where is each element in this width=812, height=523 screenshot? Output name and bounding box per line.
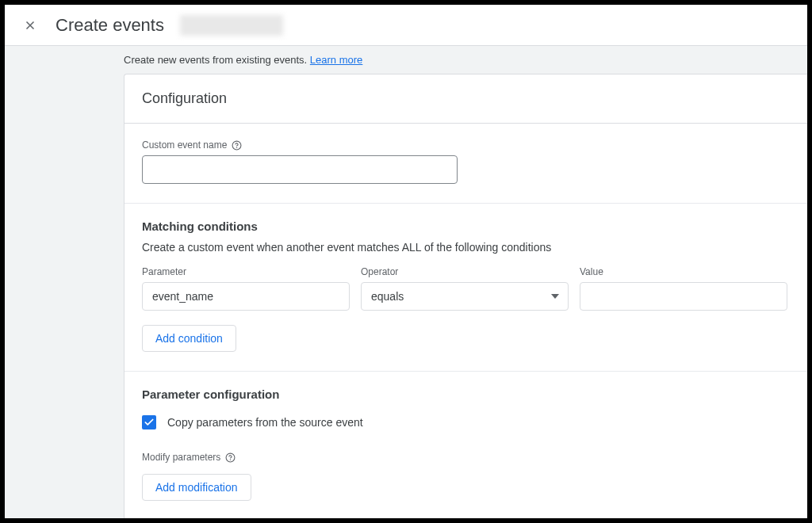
modify-params-text: Modify parameters — [142, 452, 220, 463]
add-condition-button[interactable]: Add condition — [142, 325, 236, 352]
help-icon[interactable] — [225, 452, 236, 463]
help-icon[interactable] — [232, 140, 242, 151]
matching-title: Matching conditions — [142, 220, 790, 233]
operator-label: Operator — [361, 266, 569, 277]
custom-event-label-text: Custom event name — [142, 139, 227, 151]
panel-header: Configuration — [124, 74, 807, 124]
custom-event-name-input[interactable] — [142, 155, 458, 184]
svg-point-1 — [237, 147, 238, 147]
close-icon — [23, 18, 37, 32]
close-button[interactable] — [21, 16, 40, 35]
operator-column: Operator equals — [361, 266, 569, 311]
operator-select[interactable]: equals — [361, 282, 569, 311]
matching-conditions-section: Matching conditions Create a custom even… — [124, 204, 807, 372]
modify-params-label: Modify parameters — [142, 452, 790, 463]
condition-row: Parameter Operator equals Value — [142, 266, 790, 311]
header-redacted — [180, 15, 283, 36]
parameter-column: Parameter — [142, 266, 350, 311]
custom-event-label: Custom event name — [142, 139, 790, 151]
check-icon — [144, 417, 155, 428]
value-label: Value — [580, 266, 787, 277]
header-bar: Create events — [5, 5, 807, 46]
svg-point-3 — [231, 459, 232, 460]
parameter-label: Parameter — [142, 266, 350, 277]
copy-params-row: Copy parameters from the source event — [142, 415, 790, 429]
subheader: Create new events from existing events. … — [5, 46, 807, 74]
parameter-config-section: Parameter configuration Copy parameters … — [124, 372, 807, 520]
add-modification-button[interactable]: Add modification — [142, 474, 251, 501]
custom-event-section: Custom event name — [124, 124, 807, 204]
copy-params-label: Copy parameters from the source event — [167, 416, 363, 429]
learn-more-link[interactable]: Learn more — [310, 54, 362, 66]
parameter-input[interactable] — [142, 282, 350, 311]
matching-desc: Create a custom event when another event… — [142, 241, 790, 254]
copy-params-checkbox[interactable] — [142, 415, 156, 429]
config-panel: Configuration Custom event name Matching… — [124, 74, 807, 520]
page-title: Create events — [56, 15, 164, 36]
value-input[interactable] — [580, 282, 787, 311]
panel-title: Configuration — [142, 90, 790, 107]
value-column: Value — [580, 266, 787, 311]
param-config-title: Parameter configuration — [142, 387, 790, 401]
subheader-text: Create new events from existing events. — [124, 54, 310, 66]
